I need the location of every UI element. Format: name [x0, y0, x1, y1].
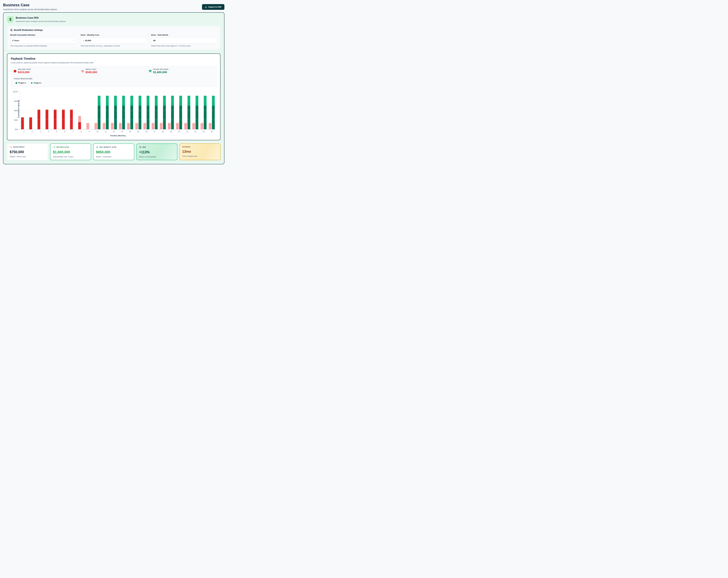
benefit-window-select[interactable]: 2 Years	[10, 37, 76, 43]
trending-down-icon	[10, 146, 12, 148]
month-group-11	[102, 92, 110, 129]
payback-subtitle: Costs (red) vs. phase-by-phase returns (…	[11, 61, 217, 64]
x-tick-label-2: 2	[28, 131, 36, 133]
project-1-chip[interactable]: Project 1	[14, 81, 28, 85]
page-title: Business Case	[3, 3, 57, 7]
benefit-window-label: Benefit Calculation Window	[10, 34, 76, 36]
x-tick-label-24: 24	[208, 131, 216, 133]
investment-label: INVESTMENT	[13, 146, 25, 148]
x-tick-label-7: 7	[69, 131, 77, 133]
payback-metric-value: 13mo	[182, 150, 218, 154]
deliver-cost-value: $410,000	[18, 71, 31, 74]
drive-cost-segment	[95, 123, 97, 129]
month-group-8	[77, 92, 85, 129]
month-group-7	[69, 92, 77, 129]
phase-returns-label: PHASE RETURNS	[153, 69, 168, 70]
cost-bar-month-24	[209, 123, 211, 129]
benefit-settings-fields: Benefit Calculation Window 2 Years How m…	[10, 34, 217, 47]
month-group-23	[200, 92, 208, 129]
project-1-returns-segment	[138, 106, 141, 129]
project-1-returns-segment	[171, 106, 174, 129]
cost-bar-month-7	[70, 109, 73, 129]
month-group-15	[134, 92, 142, 129]
benefit-window-value: 2 Years	[12, 40, 19, 42]
x-tick-label-18: 18	[159, 131, 167, 133]
page-header: Business Case Investment return analysis…	[3, 3, 225, 10]
chart-plot	[20, 92, 216, 130]
x-tick-label-11: 11	[102, 131, 110, 133]
deliver-cost-segment	[46, 109, 48, 129]
cost-bar-month-13	[119, 123, 122, 129]
return-2yr-value: $1,600,000	[53, 150, 88, 154]
download-icon	[205, 6, 207, 8]
roi-card-subtitle: Investment return analysis across all tr…	[16, 20, 66, 22]
month-group-1	[20, 92, 28, 129]
cost-bar-month-4	[46, 109, 48, 129]
month-group-14	[126, 92, 134, 129]
chevron-down-icon	[72, 39, 74, 42]
cost-bar-month-14	[127, 123, 130, 129]
project-2-chip[interactable]: Project 2	[29, 81, 43, 85]
dollar-icon: $	[7, 16, 14, 23]
cost-bar-month-18	[160, 123, 163, 129]
export-pdf-label: Export to PDF	[208, 6, 222, 8]
drive-cost-label: DRIVE COST	[85, 69, 97, 70]
benefit-settings-card: Benefit Realization Settings Benefit Cal…	[7, 26, 220, 50]
y-tick-mark	[19, 110, 20, 110]
drive-start-month-input[interactable]	[153, 40, 215, 42]
y-tick-label: $0k	[15, 128, 18, 131]
legend-drive-cost: DRIVE COST $340,000	[81, 69, 146, 74]
month-group-10	[94, 92, 102, 129]
deliver-cost-segment	[70, 109, 73, 129]
drive-monthly-cost-inputbox[interactable]: $	[81, 37, 147, 43]
month-group-9	[85, 92, 94, 129]
x-tick-label-22: 22	[191, 131, 200, 133]
return-2yr-card: RETURN (2YR) $1,600,000 Total benefits o…	[50, 144, 91, 160]
payback-metric-label: PAYBACK	[182, 146, 190, 148]
y-tick-mark	[19, 101, 20, 101]
x-tick-label-14: 14	[126, 131, 134, 133]
drive-cost-segment	[152, 123, 154, 129]
month-group-5	[53, 92, 61, 129]
benefit-window-field: Benefit Calculation Window 2 Years How m…	[10, 34, 76, 47]
phase-returns-swatch	[149, 70, 152, 72]
drive-cost-segment	[78, 116, 81, 122]
benefit-window-helper: How many years to calculate benefit real…	[10, 45, 76, 47]
investment-caption: Deliver + Drive costs	[10, 156, 45, 158]
y-tick-label: $30k	[14, 119, 18, 121]
y-tick-label: $90k	[14, 100, 18, 102]
x-axis-labels: 123456789101112131415161718192021222324	[20, 131, 216, 133]
sparkles-icon	[96, 146, 98, 148]
drive-cost-segment	[119, 123, 122, 129]
cost-bar-month-2	[29, 117, 32, 129]
x-tick-label-21: 21	[183, 131, 191, 133]
cost-bar-month-21	[184, 123, 187, 129]
legend-drive-cost-text: DRIVE COST $340,000	[85, 69, 97, 74]
legend-deliver-cost-text: DELIVER COST $410,000	[18, 69, 31, 74]
cost-bar-month-5	[54, 109, 56, 129]
drive-cost-segment	[201, 123, 203, 129]
y-tick-mark	[19, 120, 20, 120]
x-tick-label-6: 6	[61, 131, 69, 133]
x-tick-label-15: 15	[134, 131, 142, 133]
drive-cost-segment	[168, 123, 171, 129]
month-group-24	[208, 92, 216, 129]
y-tick-mark	[19, 129, 20, 129]
deliver-cost-segment	[62, 109, 65, 129]
x-tick-label-16: 16	[142, 131, 151, 133]
net-benefit-card: NET BENEFIT (2YR) $850,000 Return - Inve…	[93, 144, 134, 160]
project-1-returns-segment	[147, 106, 149, 129]
cost-bar-month-11	[103, 123, 105, 129]
deliver-cost-segment	[29, 117, 32, 129]
benefit-settings-header: Benefit Realization Settings	[10, 29, 217, 31]
dollar-prefix: $	[83, 40, 84, 42]
drive-start-month-inputbox[interactable]	[151, 37, 217, 43]
drive-cost-segment	[86, 123, 89, 129]
x-tick-label-13: 13	[118, 131, 126, 133]
drive-monthly-cost-input[interactable]	[85, 40, 145, 42]
cost-bar-month-15	[135, 123, 138, 129]
investment-card: INVESTMENT $750,000 Deliver + Drive cost…	[7, 144, 48, 160]
export-pdf-button[interactable]: Export to PDF	[202, 4, 225, 10]
x-tick-label-5: 5	[53, 131, 61, 133]
payback-metric-card-header: PAYBACK	[182, 146, 218, 148]
